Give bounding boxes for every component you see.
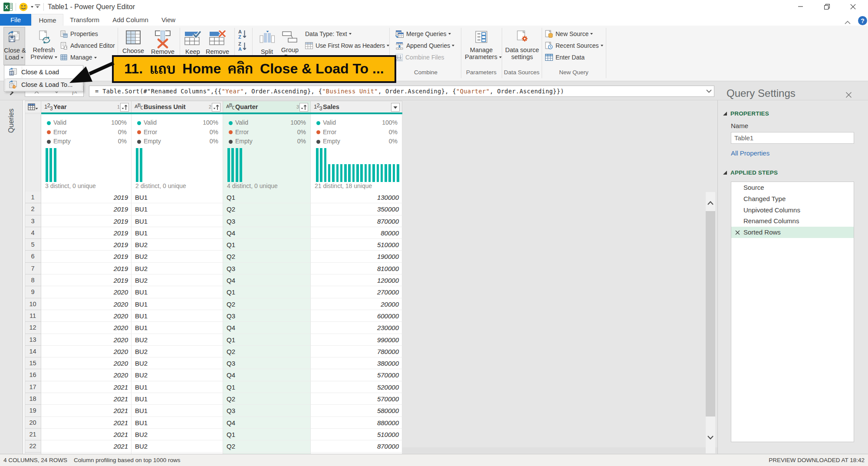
panel-close-icon[interactable]: [844, 90, 853, 99]
data-source-settings-button[interactable]: Data source settings: [505, 27, 539, 65]
cell-quarter[interactable]: Q3: [223, 215, 311, 227]
use-first-row-button[interactable]: Use First Row as Headers: [305, 40, 389, 51]
row-number[interactable]: 16: [25, 369, 41, 381]
cell-quarter[interactable]: Q4: [223, 227, 311, 239]
cell-sales[interactable]: 600000: [311, 310, 402, 322]
cell-year[interactable]: 2019: [41, 192, 132, 203]
restore-button[interactable]: [817, 0, 837, 13]
cell-quarter[interactable]: Q1: [223, 286, 311, 298]
properties-button[interactable]: Properties: [60, 29, 98, 39]
cell-sales[interactable]: 510000: [311, 429, 402, 440]
cell-sales[interactable]: 270000: [311, 286, 402, 298]
filter-sort-button[interactable]: [120, 103, 129, 112]
menu-item-close-and-load[interactable]: Close & Load: [5, 66, 82, 78]
cell-year[interactable]: 2020: [41, 334, 132, 346]
cell-quarter[interactable]: Q3: [223, 263, 311, 274]
cell-year[interactable]: 2021: [41, 405, 132, 416]
row-number[interactable]: 22: [25, 440, 41, 452]
minimize-button[interactable]: [791, 0, 811, 13]
cell-year[interactable]: 2019: [41, 263, 132, 274]
cell-business-unit[interactable]: BU1: [132, 298, 223, 310]
cell-quarter[interactable]: Q2: [223, 346, 311, 357]
cell-year[interactable]: 2019: [41, 203, 132, 215]
customize-quick-access-icon[interactable]: [35, 4, 40, 9]
cell-business-unit[interactable]: BU1: [132, 215, 223, 227]
refresh-preview-button[interactable]: Refresh Preview: [30, 27, 58, 65]
column-header-year[interactable]: 1 2 3 Year1: [41, 101, 132, 112]
cell-sales[interactable]: 580000: [311, 405, 402, 416]
formula-input[interactable]: = Table.Sort(#"Renamed Columns",{{"Year"…: [89, 86, 714, 97]
collapse-triangle-icon-2[interactable]: [723, 171, 727, 175]
cell-business-unit[interactable]: BU1: [132, 405, 223, 416]
cell-business-unit[interactable]: BU2: [132, 369, 223, 381]
cell-sales[interactable]: 780000: [311, 346, 402, 357]
cell-quarter[interactable]: Q1: [223, 239, 311, 251]
cell-business-unit[interactable]: BU1: [132, 203, 223, 215]
cell-year[interactable]: 2020: [41, 357, 132, 369]
cell-year[interactable]: 2020: [41, 298, 132, 310]
cell-business-unit[interactable]: BU2: [132, 334, 223, 346]
row-number[interactable]: 15: [25, 357, 41, 369]
sort-ascending-button[interactable]: A Z: [238, 29, 248, 40]
cell-year[interactable]: 2020: [41, 369, 132, 381]
row-number[interactable]: 20: [25, 417, 41, 429]
enter-data-button[interactable]: Enter Data: [545, 52, 585, 63]
row-number[interactable]: 10: [25, 298, 41, 310]
close-and-load-button[interactable]: Close & Load: [3, 27, 25, 65]
cell-sales[interactable]: 870000: [311, 440, 402, 452]
cell-sales[interactable]: 990000: [311, 334, 402, 346]
delete-step-icon[interactable]: [735, 227, 740, 238]
row-number[interactable]: 14: [25, 346, 41, 357]
cell-quarter[interactable]: Q3: [223, 310, 311, 322]
formula-expand-icon[interactable]: [703, 86, 714, 97]
row-number[interactable]: 19: [25, 405, 41, 416]
recent-sources-button[interactable]: Recent Sources: [545, 40, 603, 51]
cell-business-unit[interactable]: BU2: [132, 263, 223, 274]
cell-quarter[interactable]: Q4: [223, 322, 311, 334]
cell-year[interactable]: 2020: [41, 346, 132, 357]
manage-parameters-button[interactable]: Manage Parameters: [465, 27, 498, 65]
column-header-business-unit[interactable]: A B C Business Unit2: [132, 101, 223, 112]
cell-sales[interactable]: 510000: [311, 239, 402, 251]
cell-business-unit[interactable]: BU2: [132, 251, 223, 262]
scrollbar-thumb[interactable]: [706, 211, 715, 416]
cell-year[interactable]: 2020: [41, 286, 132, 298]
cell-sales[interactable]: 570000: [311, 393, 402, 405]
cell-sales[interactable]: 190000: [311, 251, 402, 262]
cell-quarter[interactable]: Q2: [223, 440, 311, 452]
tab-view[interactable]: View: [160, 14, 177, 26]
row-number[interactable]: 4: [25, 227, 41, 239]
cell-business-unit[interactable]: BU1: [132, 192, 223, 203]
cell-sales[interactable]: 120000: [311, 274, 402, 286]
cell-year[interactable]: 2021: [41, 381, 132, 393]
column-header-sales[interactable]: 1 2 3 Sales: [311, 101, 402, 112]
cell-sales[interactable]: 810000: [311, 263, 402, 274]
sort-descending-button[interactable]: Z A: [238, 41, 248, 52]
merge-queries-button[interactable]: Merge Queries: [395, 29, 451, 39]
cell-business-unit[interactable]: BU1: [132, 417, 223, 429]
cell-business-unit[interactable]: BU2: [132, 357, 223, 369]
row-number[interactable]: 12: [25, 322, 41, 334]
row-number[interactable]: 13: [25, 334, 41, 346]
cell-business-unit[interactable]: BU2: [132, 346, 223, 357]
cell-quarter[interactable]: Q4: [223, 274, 311, 286]
combine-files-button[interactable]: Combine Files: [395, 52, 444, 63]
advanced-editor-button[interactable]: Advanced Editor: [60, 40, 115, 51]
cell-business-unit[interactable]: BU2: [132, 239, 223, 251]
cell-year[interactable]: 2021: [41, 417, 132, 429]
row-number[interactable]: 7: [25, 263, 41, 274]
vertical-scrollbar[interactable]: [706, 192, 715, 453]
cell-year[interactable]: 2019: [41, 239, 132, 251]
cell-sales[interactable]: 350000: [311, 203, 402, 215]
data-type-button[interactable]: Data Type: Text: [305, 29, 352, 39]
cell-sales[interactable]: 880000: [311, 417, 402, 429]
smiley-dropdown-caret[interactable]: [31, 6, 33, 8]
cell-sales[interactable]: 80000: [311, 227, 402, 239]
row-number[interactable]: 5: [25, 239, 41, 251]
feedback-smiley-icon[interactable]: [19, 3, 28, 11]
collapse-ribbon-button[interactable]: [842, 17, 853, 28]
filter-sort-button[interactable]: [212, 103, 220, 112]
cell-quarter[interactable]: Q1: [223, 381, 311, 393]
cell-sales[interactable]: 570000: [311, 369, 402, 381]
cell-sales[interactable]: 380000: [311, 357, 402, 369]
